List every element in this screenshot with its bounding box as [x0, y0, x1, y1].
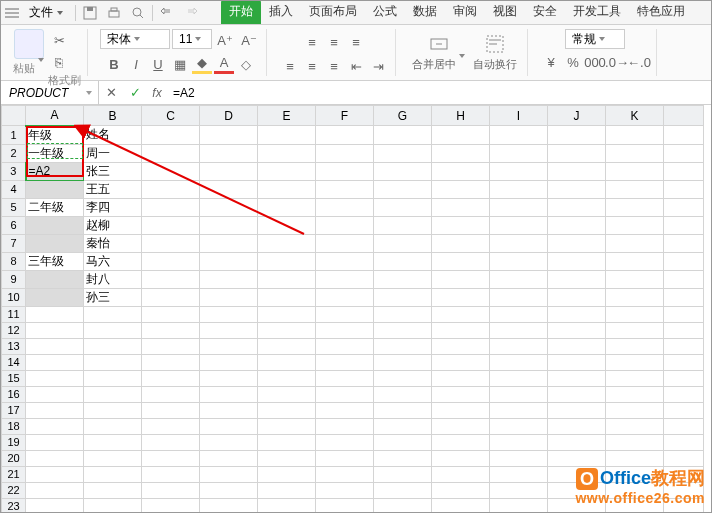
row-header-2[interactable]: 2	[2, 144, 26, 162]
cell-I2[interactable]	[490, 144, 548, 162]
cell-H20[interactable]	[432, 450, 490, 466]
redo-icon[interactable]	[180, 2, 202, 24]
cell-C7[interactable]	[142, 234, 200, 252]
tab-data[interactable]: 数据	[405, 0, 445, 24]
cell-B13[interactable]	[84, 338, 142, 354]
cell-C14[interactable]	[142, 354, 200, 370]
indent-inc-icon[interactable]: ⇥	[368, 56, 388, 76]
cell-E15[interactable]	[258, 370, 316, 386]
cell-B11[interactable]	[84, 306, 142, 322]
cell-G5[interactable]	[374, 198, 432, 216]
cell-A6[interactable]	[26, 216, 84, 234]
cell-I13[interactable]	[490, 338, 548, 354]
cell-A23[interactable]	[26, 498, 84, 513]
cell-E4[interactable]	[258, 180, 316, 198]
cell-F2[interactable]	[316, 144, 374, 162]
cell-K9[interactable]	[606, 270, 664, 288]
col-header-K[interactable]: K	[606, 106, 664, 126]
cell-B23[interactable]	[84, 498, 142, 513]
cell-G11[interactable]	[374, 306, 432, 322]
cell-B12[interactable]	[84, 322, 142, 338]
cell-I15[interactable]	[490, 370, 548, 386]
font-name-select[interactable]: 宋体	[100, 29, 170, 49]
cell-A2[interactable]: 一年级	[26, 144, 84, 162]
cell-G1[interactable]	[374, 126, 432, 145]
cell-E22[interactable]	[258, 482, 316, 498]
tab-pagelayout[interactable]: 页面布局	[301, 0, 365, 24]
col-header-E[interactable]: E	[258, 106, 316, 126]
undo-icon[interactable]	[156, 2, 178, 24]
cell-A10[interactable]	[26, 288, 84, 306]
cell-A5[interactable]: 二年级	[26, 198, 84, 216]
copy-icon[interactable]: ⎘	[49, 52, 69, 72]
cell-D12[interactable]	[200, 322, 258, 338]
cell-J15[interactable]	[548, 370, 606, 386]
cell-I20[interactable]	[490, 450, 548, 466]
cell-C16[interactable]	[142, 386, 200, 402]
cell-C20[interactable]	[142, 450, 200, 466]
cell-J13[interactable]	[548, 338, 606, 354]
cell-F1[interactable]	[316, 126, 374, 145]
col-header-B[interactable]: B	[84, 106, 142, 126]
cell-D16[interactable]	[200, 386, 258, 402]
cell-K20[interactable]	[606, 450, 664, 466]
cell-E18[interactable]	[258, 418, 316, 434]
cell-E8[interactable]	[258, 252, 316, 270]
cell-H16[interactable]	[432, 386, 490, 402]
cell-C21[interactable]	[142, 466, 200, 482]
cell-H2[interactable]	[432, 144, 490, 162]
cell-G15[interactable]	[374, 370, 432, 386]
cell-J14[interactable]	[548, 354, 606, 370]
cell-F11[interactable]	[316, 306, 374, 322]
cell-C8[interactable]	[142, 252, 200, 270]
cell-G10[interactable]	[374, 288, 432, 306]
cell-D2[interactable]	[200, 144, 258, 162]
cell-H12[interactable]	[432, 322, 490, 338]
cell-I11[interactable]	[490, 306, 548, 322]
cell-B17[interactable]	[84, 402, 142, 418]
cell-H13[interactable]	[432, 338, 490, 354]
cut-icon[interactable]: ✂	[49, 30, 69, 50]
cell-D13[interactable]	[200, 338, 258, 354]
cell-B3[interactable]: 张三	[84, 162, 142, 180]
cell-H6[interactable]	[432, 216, 490, 234]
cell-B18[interactable]	[84, 418, 142, 434]
row-header-8[interactable]: 8	[2, 252, 26, 270]
cell-A8[interactable]: 三年级	[26, 252, 84, 270]
cell-I16[interactable]	[490, 386, 548, 402]
cell-I1[interactable]	[490, 126, 548, 145]
cell-A18[interactable]	[26, 418, 84, 434]
col-header-D[interactable]: D	[200, 106, 258, 126]
cell-I4[interactable]	[490, 180, 548, 198]
cell-I22[interactable]	[490, 482, 548, 498]
cell-I8[interactable]	[490, 252, 548, 270]
cell-J9[interactable]	[548, 270, 606, 288]
row-header-7[interactable]: 7	[2, 234, 26, 252]
cell-E12[interactable]	[258, 322, 316, 338]
cell-E5[interactable]	[258, 198, 316, 216]
cell-J4[interactable]	[548, 180, 606, 198]
cell-E17[interactable]	[258, 402, 316, 418]
cell-C18[interactable]	[142, 418, 200, 434]
cell-A12[interactable]	[26, 322, 84, 338]
paste-button[interactable]	[14, 29, 44, 59]
cell-A20[interactable]	[26, 450, 84, 466]
align-right-icon[interactable]: ≡	[324, 56, 344, 76]
font-size-select[interactable]: 11	[172, 29, 212, 49]
cell-F23[interactable]	[316, 498, 374, 513]
align-bot-icon[interactable]: ≡	[346, 32, 366, 52]
cell-I9[interactable]	[490, 270, 548, 288]
row-header-16[interactable]: 16	[2, 386, 26, 402]
cell-G3[interactable]	[374, 162, 432, 180]
cell-A3[interactable]: =A2	[26, 162, 84, 180]
cell-I6[interactable]	[490, 216, 548, 234]
cell-I3[interactable]	[490, 162, 548, 180]
cell-J8[interactable]	[548, 252, 606, 270]
cell-C3[interactable]	[142, 162, 200, 180]
cell-B4[interactable]: 王五	[84, 180, 142, 198]
cell-I5[interactable]	[490, 198, 548, 216]
cell-K15[interactable]	[606, 370, 664, 386]
cell-B20[interactable]	[84, 450, 142, 466]
cell-J2[interactable]	[548, 144, 606, 162]
tab-insert[interactable]: 插入	[261, 0, 301, 24]
